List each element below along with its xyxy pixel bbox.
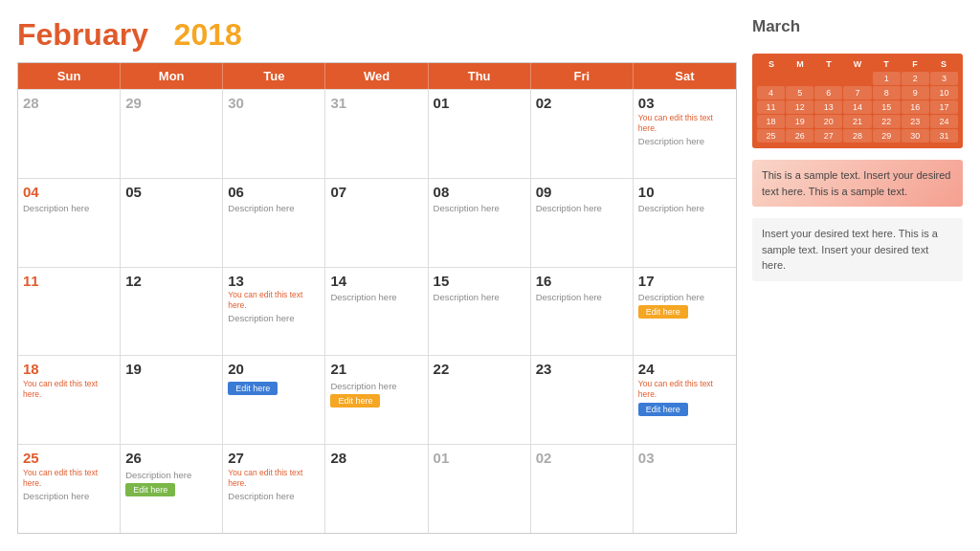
description-text: Description here xyxy=(330,292,422,302)
mini-cal-cell: 1 xyxy=(873,72,901,85)
mini-cal-cell: 3 xyxy=(930,72,958,85)
calendar-week: 28293031010203You can edit this text her… xyxy=(18,89,736,178)
mini-cal-cell: 12 xyxy=(786,100,813,114)
mini-cal-cell: 10 xyxy=(930,86,958,99)
mini-cal-cell: 18 xyxy=(757,115,785,128)
calendar-header-cell: Mon xyxy=(121,63,223,89)
description-text: Description here xyxy=(638,203,731,213)
mini-cal-week: 45678910 xyxy=(757,86,958,99)
edit-button[interactable]: Edit here xyxy=(330,394,380,408)
calendar-cell: 28 xyxy=(18,90,121,178)
description-text: Description here xyxy=(536,203,628,213)
mini-cal-cell xyxy=(814,72,842,85)
mini-cal-body: 1234567891011121314151617181920212223242… xyxy=(757,72,958,143)
description-text: Description here xyxy=(23,203,115,213)
mini-cal-header-cell: M xyxy=(786,59,814,69)
description-text: Description here xyxy=(228,313,320,323)
calendar-cell: 21Description hereEdit here xyxy=(325,356,428,444)
sidebar-text-2: Insert your desired text here. This is a… xyxy=(752,218,963,281)
calendar-header-cell: Tue xyxy=(223,63,325,89)
day-number: 20 xyxy=(228,360,320,379)
calendar-cell: 30 xyxy=(223,90,325,178)
mini-cal-cell: 29 xyxy=(873,129,901,143)
day-number: 28 xyxy=(23,94,115,113)
calendar-cell: 26Description hereEdit here xyxy=(121,445,223,533)
description-text: Description here xyxy=(330,381,422,391)
mini-cal-cell: 28 xyxy=(843,129,871,143)
calendar-header-cell: Fri xyxy=(531,63,634,89)
day-number: 27 xyxy=(228,449,320,468)
edit-note: You can edit this text here. xyxy=(23,379,115,400)
calendar-cell: 19 xyxy=(121,356,223,444)
day-number: 24 xyxy=(638,360,731,379)
day-number: 06 xyxy=(228,183,320,202)
edit-note: You can edit this text here. xyxy=(228,290,320,311)
day-number: 18 xyxy=(23,360,115,379)
calendar-cell: 18You can edit this text here. xyxy=(18,356,121,444)
mini-cal-cell: 19 xyxy=(786,115,813,128)
day-number: 04 xyxy=(23,183,115,202)
calendar-title: February 2018 xyxy=(17,17,737,53)
calendar-cell: 11 xyxy=(18,268,121,356)
mini-cal-header-cell: T xyxy=(814,59,843,69)
mini-cal-cell xyxy=(843,72,871,85)
calendar-cell: 08Description here xyxy=(429,179,531,267)
calendar-cell: 01 xyxy=(429,445,531,533)
calendar-header-cell: Wed xyxy=(325,63,428,89)
day-number: 13 xyxy=(228,272,320,291)
mini-cal-header-cell: S xyxy=(929,59,958,69)
edit-button[interactable]: Edit here xyxy=(638,305,688,319)
calendar-cell: 25You can edit this text here.Descriptio… xyxy=(18,445,121,533)
edit-note: You can edit this text here. xyxy=(23,468,115,489)
calendar-cell: 03You can edit this text here.Descriptio… xyxy=(634,90,736,178)
mini-cal-cell: 13 xyxy=(814,100,842,114)
day-number: 03 xyxy=(638,94,731,113)
day-number: 03 xyxy=(638,449,731,468)
mini-cal-cell: 11 xyxy=(757,100,785,114)
calendar-cell: 22 xyxy=(429,356,531,444)
sidebar-text-1: This is a sample text. Insert your desir… xyxy=(752,160,963,207)
calendar-cell: 02 xyxy=(531,445,634,533)
calendar-cell: 01 xyxy=(429,90,531,178)
mini-cal-week: 18192021222324 xyxy=(757,115,958,128)
mini-cal-cell xyxy=(786,72,813,85)
day-number: 30 xyxy=(228,94,320,113)
description-text: Description here xyxy=(536,292,628,302)
mini-cal-cell: 24 xyxy=(930,115,958,128)
mini-cal-cell: 5 xyxy=(786,86,813,99)
mini-cal-cell: 8 xyxy=(873,86,901,99)
calendar-cell: 24You can edit this text here.Edit here xyxy=(634,356,736,444)
day-number: 01 xyxy=(434,94,525,113)
edit-button[interactable]: Edit here xyxy=(228,382,278,395)
main-calendar: February 2018 SunMonTueWedThuFriSat 2829… xyxy=(17,17,737,534)
mini-cal-cell: 30 xyxy=(902,129,929,143)
calendar-grid: SunMonTueWedThuFriSat 28293031010203You … xyxy=(17,62,737,534)
calendar-cell: 29 xyxy=(121,90,223,178)
mini-cal-week: 11121314151617 xyxy=(757,100,958,114)
day-number: 25 xyxy=(23,449,115,468)
day-number: 10 xyxy=(638,183,731,202)
calendar-cell: 09Description here xyxy=(531,179,634,267)
description-text: Description here xyxy=(638,136,731,146)
day-number: 08 xyxy=(434,183,525,202)
mini-cal-cell: 22 xyxy=(873,115,901,128)
day-number: 12 xyxy=(125,272,217,291)
day-number: 19 xyxy=(125,360,217,379)
edit-button[interactable]: Edit here xyxy=(125,483,175,496)
mini-cal-cell: 31 xyxy=(930,129,958,143)
mini-cal-cell: 20 xyxy=(814,115,842,128)
mini-cal-cell: 7 xyxy=(843,86,871,99)
day-number: 07 xyxy=(330,183,422,202)
mini-cal-cell: 16 xyxy=(902,100,929,114)
calendar-cell: 13You can edit this text here.Descriptio… xyxy=(223,268,325,356)
description-text: Description here xyxy=(434,292,525,302)
calendar-cell: 14Description here xyxy=(325,268,428,356)
calendar-cell: 28 xyxy=(325,445,428,533)
description-text: Description here xyxy=(228,203,320,213)
sidebar-title: March xyxy=(752,17,963,42)
calendar-cell: 05 xyxy=(121,179,223,267)
edit-button[interactable]: Edit here xyxy=(638,403,688,416)
edit-note: You can edit this text here. xyxy=(638,113,731,134)
year: 2018 xyxy=(174,17,242,52)
mini-cal-cell: 27 xyxy=(814,129,842,143)
